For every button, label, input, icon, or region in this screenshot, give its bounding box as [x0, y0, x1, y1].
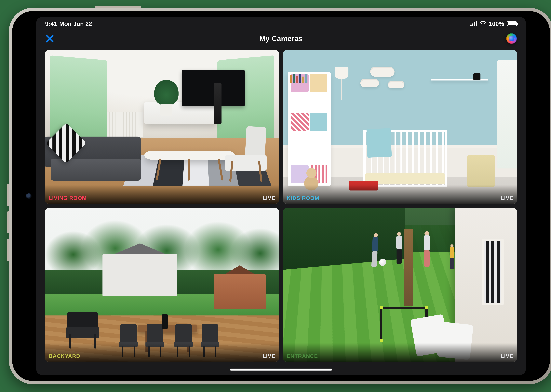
cellular-signal-icon: [471, 21, 477, 26]
camera-name-label: BACKYARD: [49, 353, 80, 359]
front-camera-icon: [26, 193, 31, 199]
battery-icon: [507, 21, 517, 26]
camera-tile-living-room[interactable]: LIVING ROOM LIVE: [45, 50, 279, 204]
camera-feed: [283, 50, 517, 204]
power-button[interactable]: [95, 6, 141, 8]
bezel: 9:41 Mon Jun 22 100%: [12, 11, 550, 381]
camera-name-label: ENTRANCE: [287, 353, 318, 359]
camera-grid: LIVING ROOM LIVE: [45, 50, 517, 362]
ipad-device-frame: 9:41 Mon Jun 22 100%: [9, 8, 551, 384]
camera-tile-backyard[interactable]: BACKYARD LIVE: [45, 208, 279, 362]
battery-percent: 100%: [489, 20, 504, 27]
nav-bar: My Cameras: [36, 30, 526, 47]
camera-name-label: LIVING ROOM: [49, 195, 87, 201]
camera-name-label: KIDS ROOM: [287, 195, 319, 201]
wifi-icon: [480, 21, 486, 26]
status-date: Mon Jun 22: [59, 20, 92, 27]
siri-button[interactable]: [506, 33, 517, 44]
camera-feed: [45, 208, 279, 362]
close-button[interactable]: [45, 34, 54, 43]
camera-tile-entrance[interactable]: ENTRANCE LIVE: [283, 208, 517, 362]
volume-buttons[interactable]: [7, 184, 9, 261]
camera-feed: [283, 208, 517, 362]
home-indicator[interactable]: [230, 369, 332, 371]
camera-status-badge: LIVE: [263, 353, 275, 359]
status-right: 100%: [471, 20, 517, 27]
status-left: 9:41 Mon Jun 22: [45, 20, 92, 27]
camera-feed: [45, 50, 279, 204]
page-title: My Cameras: [36, 34, 526, 43]
status-time: 9:41: [45, 20, 57, 27]
camera-tile-kids-room[interactable]: KIDS ROOM LIVE: [283, 50, 517, 204]
status-bar: 9:41 Mon Jun 22 100%: [36, 17, 526, 30]
screen: 9:41 Mon Jun 22 100%: [36, 17, 526, 375]
camera-status-badge: LIVE: [501, 353, 513, 359]
camera-status-badge: LIVE: [501, 195, 513, 201]
camera-status-badge: LIVE: [263, 195, 275, 201]
